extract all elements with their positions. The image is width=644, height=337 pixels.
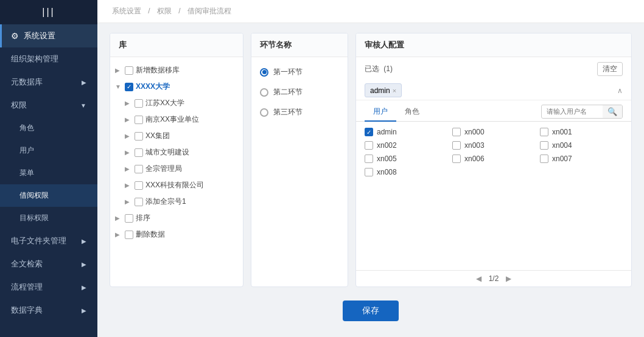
sidebar-item-system-settings[interactable]: ⚙ 系统设置: [0, 24, 97, 47]
tree-item-delete-data[interactable]: ▶ 删除数据: [110, 226, 243, 243]
cb-label: xn007: [552, 155, 572, 163]
cb-xn004[interactable]: [540, 141, 548, 150]
sidebar-item-menu[interactable]: 菜单: [0, 162, 97, 184]
checkbox-xx-group[interactable]: [135, 132, 143, 141]
cb-xn005[interactable]: [365, 155, 373, 163]
checkbox-add-move[interactable]: [125, 66, 133, 75]
sidebar-item-flow-manage[interactable]: 流程管理 ▶: [0, 276, 97, 299]
cb-label: xn000: [464, 128, 485, 136]
cb-item-admin[interactable]: ✓ admin: [365, 128, 447, 136]
tree-item-gov-bureau[interactable]: ▶ 全宗管理局: [110, 161, 243, 177]
breadcrumb-separator: /: [178, 7, 183, 15]
step-radio-3[interactable]: 第三环节: [251, 102, 348, 122]
cb-item-xn007[interactable]: xn007: [540, 155, 623, 163]
checkbox-add-fonds[interactable]: [135, 198, 143, 206]
prev-page-button[interactable]: ◀: [474, 274, 484, 283]
tree-item-city-build[interactable]: ▶ 城市文明建设: [110, 144, 243, 161]
sidebar-item-label: 组织架构管理: [11, 54, 58, 64]
cb-item-xn000[interactable]: xn000: [452, 128, 535, 136]
tag-close-icon[interactable]: ×: [393, 87, 396, 94]
expand-icon: ▶: [115, 67, 122, 74]
expand-icon: ▶: [125, 116, 132, 123]
cb-item-xn002[interactable]: xn002: [365, 141, 447, 150]
sidebar-item-target-limit[interactable]: 目标权限: [0, 207, 97, 229]
steps-panel-body: 第一环节 第二环节 第三环节: [251, 57, 348, 287]
cb-xn003[interactable]: [452, 141, 461, 150]
clear-button[interactable]: 清空: [597, 62, 623, 76]
sidebar-item-permissions[interactable]: 权限 ▼: [0, 94, 97, 117]
cb-item-xn006[interactable]: xn006: [452, 155, 535, 163]
tree-label: 新增数据移库: [136, 65, 237, 75]
reviewer-tabs: 用户 角色 🔍: [356, 103, 631, 122]
checkbox-delete-data[interactable]: [125, 231, 133, 239]
breadcrumb-item-1[interactable]: 系统设置: [112, 7, 141, 15]
sidebar-item-e-folder[interactable]: 电子文件夹管理 ▶: [0, 229, 97, 252]
reviewer-panel: 审核人配置 已选 (1) 清空 admin × ∧: [355, 33, 632, 287]
cb-xn006[interactable]: [452, 155, 461, 163]
user-search-box: 🔍: [541, 105, 623, 119]
sidebar-item-data-dict[interactable]: 数据字典 ▶: [0, 299, 97, 322]
expand-icon: ▶: [115, 231, 122, 238]
tree-label: 添加全宗号1: [145, 196, 237, 207]
tree-item-xx-group[interactable]: ▶ XX集团: [110, 128, 243, 144]
cb-xn007[interactable]: [540, 155, 548, 163]
tab-user[interactable]: 用户: [365, 103, 396, 122]
page-indicator: 1/2: [489, 274, 499, 283]
expand-icon: ▶: [125, 149, 132, 156]
tree-item-sort[interactable]: ▶ 排序: [110, 210, 243, 226]
cb-xn008[interactable]: [365, 168, 373, 176]
step-radio-1[interactable]: 第一环节: [251, 62, 348, 82]
collapse-icon[interactable]: ∧: [617, 86, 623, 95]
tree-item-xxx-tech[interactable]: ▶ XXX科技有限公司: [110, 177, 243, 193]
step1-label: 第一环节: [273, 67, 303, 77]
breadcrumb: 系统设置 / 权限 / 借阅审批流程: [97, 0, 644, 23]
gear-icon: ⚙: [11, 31, 19, 41]
tree-item-xxxx-univ[interactable]: ▼ ✓ XXXX大学: [110, 78, 243, 95]
sidebar-item-fulltext[interactable]: 全文检索 ▶: [0, 252, 97, 276]
cb-admin[interactable]: ✓: [365, 128, 373, 136]
checkbox-xxxx-univ[interactable]: ✓: [125, 83, 133, 91]
cb-xn001[interactable]: [540, 128, 548, 136]
sidebar: ||| ⚙ 系统设置 组织架构管理 元数据库 ▶ 权限 ▼ 角色 用户 菜单 借…: [0, 0, 97, 337]
tree-label: 城市文明建设: [145, 147, 237, 158]
checkbox-gov-bureau[interactable]: [135, 165, 143, 173]
save-button[interactable]: 保存: [343, 301, 399, 321]
tree-item-jiangsu[interactable]: ▶ 江苏XX大学: [110, 95, 243, 111]
sidebar-item-users[interactable]: 用户: [0, 139, 97, 162]
tree-item-add-fonds[interactable]: ▶ 添加全宗号1: [110, 193, 243, 210]
breadcrumb-item-2[interactable]: 权限: [157, 7, 172, 15]
user-search-input[interactable]: [542, 106, 603, 117]
cb-item-xn003[interactable]: xn003: [452, 141, 535, 150]
sidebar-item-roles[interactable]: 角色: [0, 117, 97, 139]
next-page-button[interactable]: ▶: [503, 274, 514, 283]
library-panel-title: 库: [119, 40, 127, 49]
tree-label: XX集团: [145, 131, 237, 141]
tree-item-add-move[interactable]: ▶ 新增数据移库: [110, 62, 243, 78]
checkbox-jiangsu[interactable]: [135, 99, 143, 108]
step-radio-2[interactable]: 第二环节: [251, 82, 348, 102]
expand-icon: ▶: [125, 133, 132, 139]
checkbox-city-build[interactable]: [135, 148, 143, 157]
cb-label: xn003: [464, 141, 485, 150]
cb-item-xn005[interactable]: xn005: [365, 155, 447, 163]
sidebar-item-meta-db[interactable]: 元数据库 ▶: [0, 71, 97, 94]
sidebar-item-borrow-limit[interactable]: 借阅权限: [0, 184, 97, 207]
cb-item-xn001[interactable]: xn001: [540, 128, 623, 136]
footer: 保存: [110, 294, 632, 327]
library-panel-body: ▶ 新增数据移库 ▼ ✓ XXXX大学 ▶ 江苏XX大学: [110, 57, 243, 287]
tab-role[interactable]: 角色: [396, 103, 428, 122]
sidebar-logo: |||: [0, 0, 97, 24]
cb-xn002[interactable]: [365, 141, 373, 150]
cb-item-xn008[interactable]: xn008: [365, 168, 447, 176]
reviewer-panel-title: 审核人配置: [365, 40, 404, 49]
tree-item-nanjing[interactable]: ▶ 南京XX事业单位: [110, 111, 243, 128]
checkbox-nanjing[interactable]: [135, 116, 143, 124]
checkbox-xxx-tech[interactable]: [135, 181, 143, 190]
checkbox-sort[interactable]: [125, 214, 133, 223]
expand-icon: ▶: [125, 182, 132, 189]
search-button[interactable]: 🔍: [603, 105, 622, 118]
sidebar-item-org-manage[interactable]: 组织架构管理: [0, 47, 97, 71]
cb-label: xn005: [377, 155, 397, 163]
cb-item-xn004[interactable]: xn004: [540, 141, 623, 150]
cb-xn000[interactable]: [452, 128, 461, 136]
